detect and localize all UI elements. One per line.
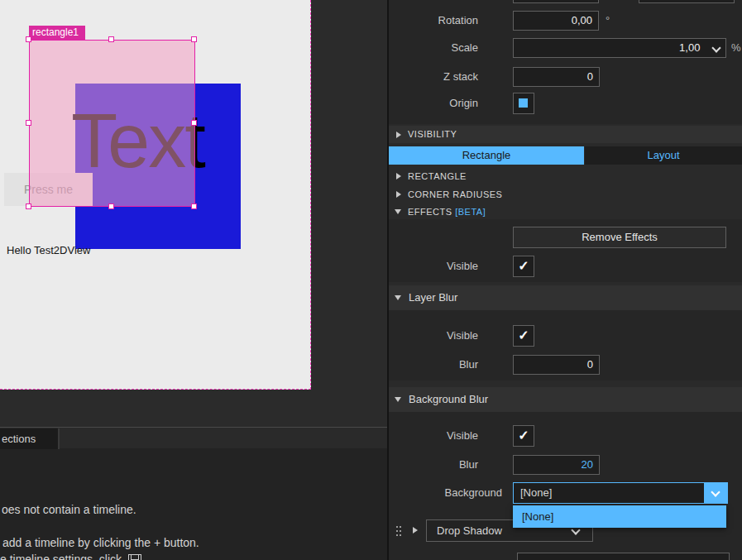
origin-label: Origin [389, 93, 478, 114]
resize-handle-bottom-left[interactable] [26, 203, 31, 209]
layer-blur-visible-label: Visible [389, 325, 478, 347]
background-combobox[interactable]: [None] [513, 482, 728, 504]
background-label: Background [389, 482, 502, 504]
effects-visible-label: Visible [389, 256, 478, 277]
background-selected-value: [None] [520, 483, 552, 503]
position-y-field[interactable] [639, 0, 735, 3]
timeline-settings-hint: e timeline settings, click [0, 553, 141, 560]
tab-rectangle[interactable]: Rectangle [389, 146, 584, 165]
scale-unit: % [731, 37, 741, 59]
layer-blur-title: Layer Blur [409, 285, 457, 310]
corner-radiuses-section-header[interactable]: CORNER RADIUSES [389, 186, 742, 203]
transform-card: Rotation 0,00 ° Scale 1,00 % Z stack 0 O… [389, 0, 742, 124]
layer-blur-blur-label: Blur [389, 354, 478, 376]
partial-bottom-field[interactable] [517, 553, 730, 560]
background-blur-blur-field[interactable]: 20 [513, 455, 600, 475]
hello-text-item[interactable]: Hello Test2DView [7, 244, 90, 256]
resize-handle-bottom-right[interactable] [191, 203, 197, 209]
effects-title: EFFECTS [408, 207, 452, 217]
form-editor-canvas[interactable]: Text Press me rectangle1 Hello Test2DVie… [0, 0, 311, 390]
scale-label: Scale [389, 37, 478, 59]
selection-name-tag: rectangle1 [29, 26, 85, 40]
effects-beta-badge: [BETA] [455, 207, 486, 217]
properties-panel: Rotation 0,00 ° Scale 1,00 % Z stack 0 O… [387, 0, 742, 560]
expanded-arrow-icon [395, 209, 401, 214]
expanded-arrow-icon [395, 295, 401, 300]
timeline-settings-icon [128, 554, 141, 560]
tab-connections[interactable]: ections [0, 428, 60, 449]
layer-blur-visible-checkbox[interactable]: ✓ [513, 325, 534, 347]
drop-shadow-value: Drop Shadow [437, 524, 502, 537]
scale-value: 1,00 [679, 41, 700, 54]
scale-field[interactable]: 1,00 [513, 38, 726, 58]
background-blur-blur-label: Blur [389, 454, 478, 476]
remove-effects-button[interactable]: Remove Effects [513, 227, 726, 248]
expanded-arrow-icon [395, 397, 401, 402]
chevron-down-icon[interactable] [711, 43, 720, 52]
resize-handle-top-left[interactable] [26, 36, 31, 42]
resize-handle-middle-right[interactable] [191, 120, 197, 126]
background-blur-title: Background Blur [409, 387, 488, 412]
chevron-down-icon [711, 487, 720, 496]
effects-section-header[interactable]: EFFECTS [BETA] [389, 203, 742, 220]
background-blur-visible-label: Visible [389, 425, 478, 447]
rotation-label: Rotation [389, 10, 478, 31]
rotation-unit: ° [606, 10, 610, 31]
timeline-panel: ections oes not contain a timeline. add … [0, 427, 389, 560]
visibility-title: VISIBILITY [408, 126, 457, 143]
resize-handle-middle-left[interactable] [26, 120, 31, 126]
background-dropdown-popup-item[interactable]: [None] [513, 505, 726, 528]
resize-handle-top-right[interactable] [191, 36, 197, 42]
timeline-add-hint: add a timeline by clicking the + button. [2, 536, 199, 549]
zstack-field[interactable]: 0 [513, 67, 600, 87]
collapsed-arrow-icon [396, 132, 401, 138]
background-blur-header[interactable]: Background Blur [389, 387, 742, 412]
collapsed-arrow-icon[interactable] [413, 527, 418, 534]
tab-layout[interactable]: Layout [585, 146, 742, 165]
layer-blur-blur-field[interactable]: 0 [513, 355, 600, 375]
rotation-field[interactable]: 0,00 [513, 11, 599, 31]
origin-button[interactable] [513, 93, 534, 114]
resize-handle-bottom-center[interactable] [108, 203, 114, 209]
effects-visible-checkbox[interactable]: ✓ [513, 256, 534, 277]
drag-handle-icon[interactable] [396, 526, 398, 528]
rectangle-section-header[interactable]: RECTANGLE [389, 168, 742, 184]
zstack-label: Z stack [389, 66, 478, 88]
collapsed-arrow-icon [396, 173, 401, 179]
background-blur-visible-checkbox[interactable]: ✓ [513, 425, 534, 447]
selected-rectangle-item[interactable] [29, 40, 195, 207]
position-x-field[interactable] [513, 0, 599, 3]
background-dropdown-button[interactable] [704, 483, 727, 503]
origin-center-icon [519, 98, 528, 108]
timeline-tab-bar: ections [0, 427, 389, 448]
visibility-section-header[interactable]: VISIBILITY [389, 126, 742, 143]
collapsed-arrow-icon [396, 191, 401, 198]
resize-handle-top-center[interactable] [108, 36, 114, 42]
timeline-empty-message: oes not contain a timeline. [2, 503, 136, 516]
layer-blur-header[interactable]: Layer Blur [389, 285, 742, 310]
